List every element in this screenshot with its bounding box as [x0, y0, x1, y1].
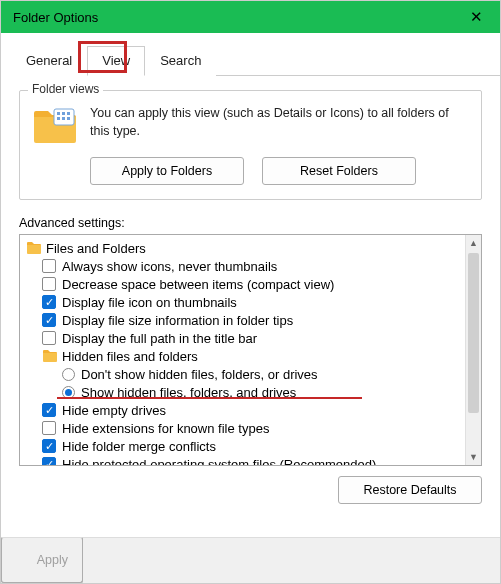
- svg-rect-4: [57, 117, 60, 120]
- tree-radio-item[interactable]: Don't show hidden files, folders, or dri…: [24, 365, 479, 383]
- scrollbar[interactable]: ▲ ▼: [465, 235, 481, 465]
- checkbox[interactable]: ✓: [42, 439, 56, 453]
- tree-item-label: Display the full path in the title bar: [62, 331, 257, 346]
- scroll-down-icon[interactable]: ▼: [466, 449, 481, 465]
- tree-item[interactable]: ✓Hide empty drives: [24, 401, 479, 419]
- apply-button[interactable]: Apply: [1, 537, 83, 583]
- folder-views-legend: Folder views: [28, 82, 103, 96]
- tabs: General View Search: [11, 45, 500, 76]
- restore-defaults-button[interactable]: Restore Defaults: [338, 476, 482, 504]
- titlebar: Folder Options ✕: [1, 1, 500, 33]
- checkbox[interactable]: ✓: [42, 457, 56, 466]
- svg-rect-3: [67, 112, 70, 115]
- reset-folders-button[interactable]: Reset Folders: [262, 157, 416, 185]
- tab-search[interactable]: Search: [145, 46, 216, 76]
- checkbox[interactable]: ✓: [42, 313, 56, 327]
- tab-view[interactable]: View: [87, 46, 145, 76]
- folder-icon: [32, 105, 78, 145]
- svg-rect-6: [67, 117, 70, 120]
- annotation-underline-show-hidden: [57, 397, 362, 399]
- folder-small-icon: [26, 241, 42, 255]
- checkbox[interactable]: [42, 331, 56, 345]
- folder-options-window: Folder Options ✕ General View Search Fol…: [0, 0, 501, 584]
- folder-small-icon: [42, 349, 58, 363]
- tab-general[interactable]: General: [11, 46, 87, 76]
- tree-item-label: Hide empty drives: [62, 403, 166, 418]
- tree-item-label: Decrease space between items (compact vi…: [62, 277, 334, 292]
- checkbox[interactable]: ✓: [42, 295, 56, 309]
- window-title: Folder Options: [13, 10, 98, 25]
- tree-item[interactable]: Always show icons, never thumbnails: [24, 257, 479, 275]
- folder-views-group: Folder views You can apply this view (su…: [19, 90, 482, 200]
- tree-item[interactable]: Display the full path in the title bar: [24, 329, 479, 347]
- tree-item-label: Display file icon on thumbnails: [62, 295, 237, 310]
- tree-group-files-folders: Files and Folders: [24, 239, 479, 257]
- tree-item-label: Always show icons, never thumbnails: [62, 259, 277, 274]
- svg-rect-1: [57, 112, 60, 115]
- tree-item-label: Hide protected operating system files (R…: [62, 457, 376, 467]
- checkbox[interactable]: ✓: [42, 403, 56, 417]
- checkbox[interactable]: [42, 421, 56, 435]
- tree-item[interactable]: Decrease space between items (compact vi…: [24, 275, 479, 293]
- scroll-thumb[interactable]: [468, 253, 479, 413]
- dialog-footer: OK Cancel Apply: [1, 537, 500, 583]
- tree-item-label: Don't show hidden files, folders, or dri…: [81, 367, 318, 382]
- svg-rect-5: [62, 117, 65, 120]
- advanced-settings-label: Advanced settings:: [19, 216, 482, 230]
- tree-item[interactable]: ✓Display file size information in folder…: [24, 311, 479, 329]
- scroll-up-icon[interactable]: ▲: [466, 235, 481, 251]
- tree-item[interactable]: ✓Hide protected operating system files (…: [24, 455, 479, 466]
- tree-group-label: Files and Folders: [46, 241, 146, 256]
- tab-content: Folder views You can apply this view (su…: [1, 76, 500, 562]
- svg-rect-2: [62, 112, 65, 115]
- tree-group-label: Hidden files and folders: [62, 349, 198, 364]
- tree-item-label: Hide folder merge conflicts: [62, 439, 216, 454]
- tree-item[interactable]: Hide extensions for known file types: [24, 419, 479, 437]
- tree-item-label: Display file size information in folder …: [62, 313, 293, 328]
- tree-item[interactable]: ✓Display file icon on thumbnails: [24, 293, 479, 311]
- tree-group-hidden: Hidden files and folders: [24, 347, 479, 365]
- checkbox[interactable]: [42, 277, 56, 291]
- close-icon[interactable]: ✕: [462, 8, 490, 26]
- folder-views-text: You can apply this view (such as Details…: [90, 105, 469, 145]
- radio[interactable]: [62, 368, 75, 381]
- apply-to-folders-button[interactable]: Apply to Folders: [90, 157, 244, 185]
- advanced-settings-tree[interactable]: Files and Folders Always show icons, nev…: [19, 234, 482, 466]
- checkbox[interactable]: [42, 259, 56, 273]
- tree-item-label: Hide extensions for known file types: [62, 421, 269, 436]
- tree-item[interactable]: ✓Hide folder merge conflicts: [24, 437, 479, 455]
